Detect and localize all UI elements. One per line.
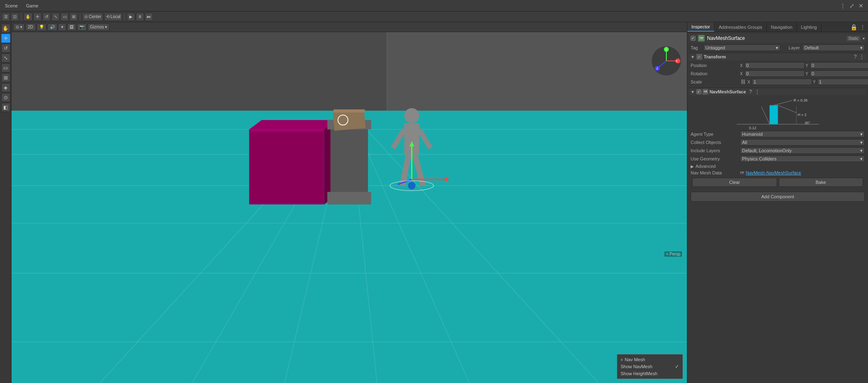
toolbar-pivot-btn[interactable]: ⊙ Center [82, 13, 103, 21]
rot-y-input[interactable] [810, 70, 868, 77]
object-type-icon: 🗺 [698, 35, 705, 42]
object-name[interactable]: NavMeshSurface [707, 35, 844, 41]
navmesh-arrow: ▼ [691, 90, 695, 94]
tag-dropdown[interactable]: Untagged ▾ [703, 44, 780, 51]
toolbar-layout-btn[interactable]: ⊡ [11, 13, 19, 21]
menu-scene[interactable]: Scene [3, 2, 19, 9]
toolbar-move-btn[interactable]: ✛ [33, 13, 42, 21]
agent-type-dropdown[interactable]: Humanoid ▾ [740, 131, 865, 137]
toolbar-menu-btn[interactable]: ☰ [2, 13, 10, 21]
position-row: Position X Y Z [691, 61, 865, 70]
toolbar-rect-btn[interactable]: ▭ [61, 13, 69, 21]
agent-type-row: Agent Type Humanoid ▾ [691, 130, 865, 138]
tool-rotate[interactable]: ↺ [1, 44, 10, 53]
inspector-more-icon[interactable]: ⋮ [859, 23, 866, 31]
tab-inspector[interactable]: Inspector [687, 22, 714, 32]
pos-x-label: X [740, 63, 744, 68]
use-geometry-label: Use Geometry [691, 156, 740, 161]
tool-custom1[interactable]: ◈ [1, 83, 10, 92]
navmesh-popup: ≡ Nav Mesh Show NavMesh ✓ Show HeightMes… [617, 354, 683, 379]
use-geometry-dropdown[interactable]: Physics Colliders ▾ [740, 156, 865, 162]
scene-fx-btn[interactable]: ✦ [58, 23, 66, 31]
main-area: ✋ ✛ ↺ ⤡ ▭ ⊞ ◈ ⊙ ◧ ⊙ ▾ 2D 💡 🔊 ✦ 🖼 📷 Gizmo… [0, 22, 868, 383]
transform-section-header[interactable]: ▼ ⤢ Transform ? ⋮ [689, 53, 866, 60]
object-active-checkbox[interactable] [691, 36, 696, 41]
clear-button[interactable]: Clear [692, 178, 777, 187]
scene-light-btn[interactable]: 💡 [37, 23, 47, 31]
scale-x-label: X [747, 80, 752, 84]
agent-type-arrow: ▾ [860, 132, 863, 137]
inspector-lock-icon[interactable]: 🔒 [850, 23, 857, 31]
toolbar-play-btn[interactable]: ▶ [127, 13, 135, 21]
toolbar-hand-btn[interactable]: ✋ [23, 13, 33, 21]
navmesh-active-checkbox[interactable] [696, 89, 701, 94]
navmesh-show-heightmesh-label: Show HeightMesh [621, 371, 657, 376]
tool-scale[interactable]: ⤡ [1, 53, 10, 63]
static-badge: Static [847, 36, 860, 41]
scene-audio-btn[interactable]: 🔊 [47, 23, 57, 31]
position-values: X Y Z [740, 62, 868, 69]
pos-y-input[interactable] [810, 62, 868, 69]
navmesh-show-heightmesh-item[interactable]: Show HeightMesh [617, 370, 682, 377]
toolbar-scale-btn[interactable]: ⤡ [51, 13, 60, 21]
tool-hand[interactable]: ✋ [1, 24, 10, 33]
toolbar-local-btn[interactable]: ⟲ Local [104, 13, 123, 21]
maximize-icon[interactable]: ⤢ [848, 2, 856, 9]
tab-navigation[interactable]: Navigation [767, 22, 797, 32]
svg-point-25 [404, 108, 419, 123]
advanced-toggle[interactable]: ▶ Advanced [691, 163, 865, 169]
menu-game[interactable]: Game [24, 2, 40, 9]
pos-x-input[interactable] [745, 62, 805, 69]
transform-menu-btn[interactable]: ⋮ [859, 54, 865, 60]
static-dropdown[interactable]: ▾ [863, 36, 865, 41]
navmesh-section-header[interactable]: ▼ 🗺 NavMeshSurface ? ⋮ [689, 88, 866, 95]
rot-x-input[interactable] [745, 70, 805, 77]
toolbar-sep-3 [124, 14, 125, 20]
tool-custom2[interactable]: ⊙ [1, 93, 10, 102]
navmesh-menu-btn[interactable]: ⋮ [754, 89, 760, 95]
tab-addressables[interactable]: Addressables Groups [714, 22, 767, 32]
include-layers-dropdown[interactable]: Default, LocomotionOnly ▾ [740, 147, 865, 154]
scene-viewport[interactable]: ⊙ ▾ 2D 💡 🔊 ✦ 🖼 📷 Gizmos ▾ [12, 22, 687, 383]
tab-lighting[interactable]: Lighting [797, 22, 821, 32]
settings-icon[interactable]: ⋮ [839, 2, 847, 9]
scene-gizmo[interactable]: X Y Z [650, 44, 683, 77]
nav-mesh-data-link[interactable]: NavMesh-NavMeshSurface [746, 170, 801, 175]
transform-info-btn[interactable]: ? [852, 54, 858, 60]
navmesh-header-left: 🗺 NavMeshSurface [696, 89, 746, 95]
bake-button[interactable]: Bake [779, 178, 863, 187]
toolbar-rotate-btn[interactable]: ↺ [42, 13, 51, 21]
tool-rect[interactable]: ▭ [1, 63, 10, 72]
scale-x-input[interactable] [752, 79, 812, 85]
scale-y-input[interactable] [817, 79, 868, 85]
scene-gizmos-btn[interactable]: Gizmos ▾ [88, 23, 110, 31]
scene-shading-btn[interactable]: ⊙ ▾ [13, 23, 25, 31]
tool-custom3[interactable]: ◧ [1, 103, 10, 112]
scene-toolbar: ⊙ ▾ 2D 💡 🔊 ✦ 🖼 📷 Gizmos ▾ [12, 22, 687, 32]
toolbar-pause-btn[interactable]: ⏸ [136, 13, 144, 21]
scale-link-icon[interactable]: ⛓ [740, 79, 747, 85]
navmesh-content: R = 0.35 H = 2 35° 0.12 [689, 95, 866, 190]
tool-move[interactable]: ✛ [1, 34, 10, 43]
navmesh-show-navmesh-item[interactable]: Show NavMesh ✓ [617, 363, 682, 370]
scene-camera-btn[interactable]: 📷 [77, 23, 87, 31]
tag-layer-row: Tag Untagged ▾ Layer Default ▾ [689, 44, 866, 52]
rotation-row: Rotation X Y Z [691, 70, 865, 78]
inspector-tabs: Inspector Addressables Groups Navigation… [687, 22, 868, 32]
use-geometry-value: Physics Colliders [742, 156, 777, 161]
layer-dropdown[interactable]: Default ▾ [802, 44, 865, 51]
collect-objects-dropdown[interactable]: All ▾ [740, 139, 865, 146]
collect-objects-row: Collect Objects All ▾ [691, 138, 865, 146]
rot-y-label: Y [805, 72, 810, 76]
toolbar-all-btn[interactable]: ⊞ [70, 13, 78, 21]
persp-label[interactable]: < Persp [664, 251, 682, 257]
svg-line-58 [761, 107, 770, 124]
add-component-button[interactable]: Add Component [691, 192, 865, 202]
navmesh-info-btn[interactable]: ? [748, 89, 754, 95]
scene-scene-btn[interactable]: 🖼 [67, 23, 76, 31]
3d-viewport: X Y Z < Persp ≡ Nav Mesh [12, 32, 687, 383]
toolbar-step-btn[interactable]: ⏭ [145, 13, 153, 21]
close-icon[interactable]: ✕ [857, 2, 865, 9]
tool-transform[interactable]: ⊞ [1, 73, 10, 82]
scene-2d-btn[interactable]: 2D [26, 23, 36, 31]
